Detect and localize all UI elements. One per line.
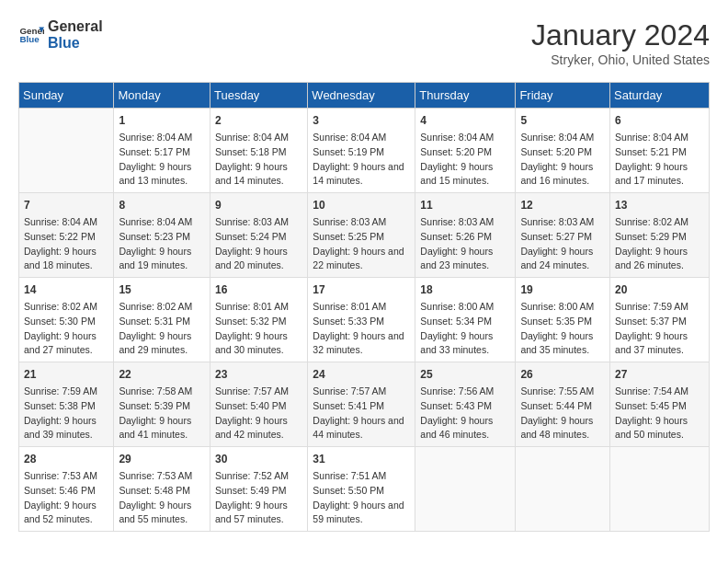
sunset-text: Sunset: 5:39 PM [119,399,205,414]
sunrise-text: Sunrise: 8:04 AM [24,215,108,230]
sunrise-text: Sunrise: 7:53 AM [24,469,108,484]
sunset-text: Sunset: 5:30 PM [24,315,108,329]
sunset-text: Sunset: 5:32 PM [215,315,302,329]
sunset-text: Sunset: 5:18 PM [215,145,302,160]
sunrise-text: Sunrise: 7:53 AM [119,469,205,484]
calendar-cell: 16Sunrise: 8:01 AMSunset: 5:32 PMDayligh… [210,278,307,362]
day-number: 16 [215,282,302,298]
daylight-text: Daylight: 9 hours and 46 minutes. [420,414,510,443]
day-number: 10 [313,197,410,213]
daylight-text: Daylight: 9 hours and 33 minutes. [420,329,510,359]
sunrise-text: Sunrise: 8:04 AM [520,131,605,145]
weekday-header-wednesday: Wednesday [308,83,415,109]
daylight-text: Daylight: 9 hours and 24 minutes. [520,245,605,274]
sunset-text: Sunset: 5:41 PM [313,399,410,414]
sunrise-text: Sunrise: 8:02 AM [24,300,108,315]
sunset-text: Sunset: 5:35 PM [520,315,605,329]
calendar-table: SundayMondayTuesdayWednesdayThursdayFrid… [18,82,710,532]
sunset-text: Sunset: 5:24 PM [215,230,302,245]
calendar-cell: 23Sunrise: 7:57 AMSunset: 5:40 PMDayligh… [210,362,307,447]
sunrise-text: Sunrise: 8:03 AM [520,215,605,230]
month-title: January 2024 [531,18,710,52]
calendar-cell: 22Sunrise: 7:58 AMSunset: 5:39 PMDayligh… [114,362,210,447]
day-number: 4 [420,112,510,129]
calendar-cell: 13Sunrise: 8:02 AMSunset: 5:29 PMDayligh… [610,193,710,278]
calendar-cell: 20Sunrise: 7:59 AMSunset: 5:37 PMDayligh… [610,278,710,362]
daylight-text: Daylight: 9 hours and 37 minutes. [615,329,704,359]
calendar-cell: 24Sunrise: 7:57 AMSunset: 5:41 PMDayligh… [308,362,415,447]
location: Stryker, Ohio, United States [531,52,710,67]
weekday-header-sunday: Sunday [19,83,114,109]
sunset-text: Sunset: 5:29 PM [615,230,704,245]
day-number: 26 [520,366,605,383]
calendar-cell: 7Sunrise: 8:04 AMSunset: 5:22 PMDaylight… [19,193,114,278]
day-number: 2 [215,112,302,129]
day-number: 15 [119,282,205,298]
logo-blue: Blue [48,35,80,51]
sunrise-text: Sunrise: 8:00 AM [520,300,605,315]
sunrise-text: Sunrise: 7:56 AM [420,385,510,399]
sunset-text: Sunset: 5:20 PM [420,145,510,160]
daylight-text: Daylight: 9 hours and 26 minutes. [615,245,704,274]
sunrise-text: Sunrise: 7:51 AM [313,469,410,484]
sunset-text: Sunset: 5:44 PM [520,399,605,414]
calendar-cell: 5Sunrise: 8:04 AMSunset: 5:20 PMDaylight… [516,109,610,193]
calendar-cell: 31Sunrise: 7:51 AMSunset: 5:50 PMDayligh… [308,447,415,532]
daylight-text: Daylight: 9 hours and 39 minutes. [24,414,108,443]
daylight-text: Daylight: 9 hours and 57 minutes. [215,499,302,528]
daylight-text: Daylight: 9 hours and 16 minutes. [520,160,605,190]
weekday-header-thursday: Thursday [415,83,516,109]
day-number: 5 [520,112,605,129]
calendar-cell: 3Sunrise: 8:04 AMSunset: 5:19 PMDaylight… [308,109,415,193]
daylight-text: Daylight: 9 hours and 20 minutes. [215,245,302,274]
calendar-cell: 18Sunrise: 8:00 AMSunset: 5:34 PMDayligh… [415,278,516,362]
sunset-text: Sunset: 5:22 PM [24,230,108,245]
logo-general: General [48,18,103,34]
sunset-text: Sunset: 5:17 PM [119,145,205,160]
daylight-text: Daylight: 9 hours and 42 minutes. [215,414,302,443]
sunrise-text: Sunrise: 7:59 AM [615,300,704,315]
logo: General Blue General Blue [18,18,103,51]
sunset-text: Sunset: 5:20 PM [520,145,605,160]
calendar-cell [516,447,610,532]
weekday-header-saturday: Saturday [610,83,710,109]
calendar-cell: 2Sunrise: 8:04 AMSunset: 5:18 PMDaylight… [210,109,307,193]
daylight-text: Daylight: 9 hours and 30 minutes. [215,329,302,359]
sunset-text: Sunset: 5:37 PM [615,315,704,329]
sunrise-text: Sunrise: 7:58 AM [119,385,205,399]
day-number: 8 [119,197,205,213]
calendar-cell: 26Sunrise: 7:55 AMSunset: 5:44 PMDayligh… [516,362,610,447]
day-number: 28 [24,451,108,467]
calendar-cell: 15Sunrise: 8:02 AMSunset: 5:31 PMDayligh… [114,278,210,362]
calendar-cell: 8Sunrise: 8:04 AMSunset: 5:23 PMDaylight… [114,193,210,278]
daylight-text: Daylight: 9 hours and 17 minutes. [615,160,704,190]
calendar-cell [415,447,516,532]
daylight-text: Daylight: 9 hours and 13 minutes. [119,160,205,190]
day-number: 1 [119,112,205,129]
daylight-text: Daylight: 9 hours and 19 minutes. [119,245,205,274]
sunrise-text: Sunrise: 7:52 AM [215,469,302,484]
sunrise-text: Sunrise: 7:55 AM [520,385,605,399]
calendar-cell: 14Sunrise: 8:02 AMSunset: 5:30 PMDayligh… [19,278,114,362]
sunset-text: Sunset: 5:34 PM [420,315,510,329]
daylight-text: Daylight: 9 hours and 52 minutes. [24,499,108,528]
daylight-text: Daylight: 9 hours and 29 minutes. [119,329,205,359]
day-number: 14 [24,282,108,298]
daylight-text: Daylight: 9 hours and 44 minutes. [313,414,410,443]
day-number: 9 [215,197,302,213]
weekday-header-friday: Friday [516,83,610,109]
sunset-text: Sunset: 5:48 PM [119,484,205,499]
sunset-text: Sunset: 5:46 PM [24,484,108,499]
calendar-cell: 25Sunrise: 7:56 AMSunset: 5:43 PMDayligh… [415,362,516,447]
sunrise-text: Sunrise: 8:01 AM [215,300,302,315]
daylight-text: Daylight: 9 hours and 14 minutes. [215,160,302,190]
sunrise-text: Sunrise: 8:02 AM [119,300,205,315]
calendar-cell: 6Sunrise: 8:04 AMSunset: 5:21 PMDaylight… [610,109,710,193]
day-number: 18 [420,282,510,298]
day-number: 21 [24,366,108,383]
sunset-text: Sunset: 5:27 PM [520,230,605,245]
sunrise-text: Sunrise: 7:57 AM [215,385,302,399]
sunset-text: Sunset: 5:31 PM [119,315,205,329]
day-number: 22 [119,366,205,383]
title-section: January 2024 Stryker, Ohio, United State… [531,18,710,67]
